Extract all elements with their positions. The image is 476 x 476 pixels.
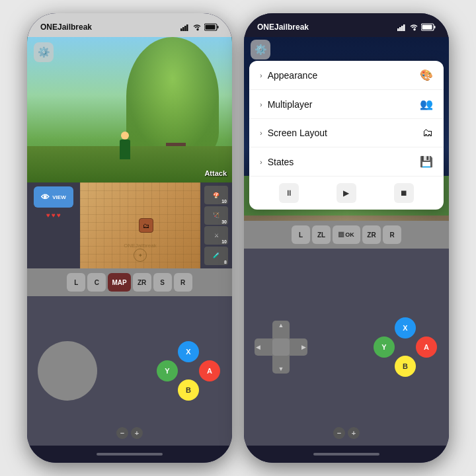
svg-rect-10 bbox=[403, 24, 405, 31]
appearance-icon: 🎨 bbox=[420, 69, 433, 81]
svg-rect-1 bbox=[182, 27, 184, 31]
minus-button[interactable]: − bbox=[116, 427, 128, 439]
attack-label: Attack bbox=[204, 169, 227, 177]
dpad-down-arrow: ▼ bbox=[278, 366, 284, 372]
face-buttons-1: X Y A B bbox=[155, 341, 221, 401]
menu-item-states-left: › States bbox=[260, 157, 294, 167]
p2-minus-button[interactable]: − bbox=[333, 427, 345, 439]
multiplayer-chevron: › bbox=[260, 100, 262, 108]
item-slot-4: 🧪8 bbox=[204, 247, 228, 265]
screen-layout-icon: 🗂 bbox=[422, 127, 433, 139]
r-button[interactable]: R bbox=[174, 273, 192, 292]
carrier-1: ONEJailbreak bbox=[40, 22, 92, 32]
phone-2: ONEJailbreak ⚙️ bbox=[244, 13, 449, 463]
menu-item-screen-layout[interactable]: › Screen Layout 🗂 bbox=[249, 119, 444, 147]
map-button[interactable]: MAP bbox=[108, 273, 130, 292]
item-slot-3: ⚔10 bbox=[204, 226, 228, 245]
battery-icon bbox=[204, 23, 219, 31]
y-button[interactable]: Y bbox=[157, 360, 178, 381]
battery-icon-2 bbox=[421, 23, 436, 31]
svg-rect-5 bbox=[218, 26, 219, 28]
menu-item-multiplayer[interactable]: › Multiplayer 👥 bbox=[249, 90, 444, 119]
p2-plus-button[interactable]: + bbox=[348, 427, 360, 439]
svg-rect-9 bbox=[401, 26, 403, 31]
right-panel: 🍄10 🏹30 ⚔10 🧪8 bbox=[200, 182, 232, 268]
svg-rect-2 bbox=[184, 26, 186, 31]
settings-gear-btn-2[interactable]: ⚙️ bbox=[251, 40, 270, 60]
c-button[interactable]: C bbox=[87, 273, 106, 292]
view-label: VIEW bbox=[52, 194, 65, 200]
dpad-right-arrow: ▶ bbox=[301, 344, 306, 350]
appearance-chevron: › bbox=[260, 71, 262, 79]
heart-3: ♥ bbox=[57, 212, 61, 219]
p2-y-button[interactable]: Y bbox=[374, 337, 395, 358]
signal-icon bbox=[180, 23, 190, 31]
p2-zl-button[interactable]: ZL bbox=[312, 225, 331, 244]
p2-zr-button[interactable]: ZR bbox=[362, 225, 381, 244]
p2-ok-button[interactable]: 🅰 OK bbox=[333, 225, 360, 244]
home-bar-1 bbox=[27, 446, 232, 463]
a-button[interactable]: A bbox=[199, 360, 220, 381]
plus-minus-2: − + bbox=[333, 427, 360, 439]
zr-button[interactable]: ZR bbox=[133, 273, 151, 292]
ok-label: OK bbox=[345, 231, 354, 238]
compass: ✦ bbox=[134, 249, 147, 262]
settings-gear-btn[interactable]: ⚙️ bbox=[34, 42, 54, 62]
joystick-1[interactable] bbox=[38, 341, 97, 401]
home-bar-2 bbox=[244, 446, 449, 463]
map-watermark: ONEJailbreak bbox=[124, 243, 156, 249]
multiplayer-label: Multiplayer bbox=[268, 99, 313, 110]
tree-large bbox=[126, 37, 219, 156]
plus-button[interactable]: + bbox=[131, 427, 143, 439]
p2-a-button[interactable]: A bbox=[416, 337, 437, 358]
pause-button[interactable]: ⏸ bbox=[279, 183, 299, 203]
states-chevron: › bbox=[260, 158, 262, 166]
left-panel: 👁 VIEW ♥ ♥ ♥ bbox=[27, 182, 80, 268]
svg-rect-12 bbox=[434, 26, 436, 28]
view-button[interactable]: 👁 VIEW bbox=[34, 186, 73, 208]
b-button[interactable]: B bbox=[178, 379, 199, 401]
menu-item-states[interactable]: › States 💾 bbox=[249, 147, 444, 177]
home-indicator-1 bbox=[97, 453, 163, 456]
screen-layout-chevron: › bbox=[260, 129, 262, 137]
p2-r-button[interactable]: R bbox=[383, 225, 401, 244]
states-label: States bbox=[268, 157, 294, 167]
p2-b-button[interactable]: B bbox=[395, 356, 416, 377]
svg-rect-7 bbox=[397, 28, 399, 31]
l-button[interactable]: L bbox=[67, 273, 85, 292]
heart-2: ♥ bbox=[52, 212, 56, 219]
dpad-left-arrow: ◀ bbox=[256, 344, 260, 350]
wifi-icon-2 bbox=[409, 23, 418, 31]
menu-item-multiplayer-left: › Multiplayer bbox=[260, 99, 312, 110]
dpad[interactable]: ◀ ▶ ▲ ▼ bbox=[255, 321, 307, 374]
states-icon: 💾 bbox=[420, 155, 433, 168]
menu-item-appearance-left: › Appearance bbox=[260, 70, 317, 81]
controls-area-2: ◀ ▶ ▲ ▼ X Y A B − + bbox=[244, 249, 449, 446]
controls-area-1: X Y A B − + bbox=[27, 296, 232, 446]
svg-rect-3 bbox=[186, 24, 188, 31]
phone-1: ONEJailbreak ⚙️ Attack 👁 VIEW ♥ ♥ bbox=[27, 13, 232, 463]
trigger-row-2: L ZL 🅰 OK ZR R bbox=[244, 221, 449, 249]
svg-rect-0 bbox=[180, 28, 182, 31]
screen-layout-label: Screen Layout bbox=[268, 128, 327, 138]
game-map: ONEJailbreak ✦ 🗂 bbox=[80, 182, 200, 268]
menu-item-appearance[interactable]: › Appearance 🎨 bbox=[249, 61, 444, 90]
game-screenshot-1: ⚙️ Attack bbox=[27, 37, 232, 182]
play-button[interactable]: ▶ bbox=[337, 183, 356, 203]
item-slot-1: 🍄10 bbox=[204, 186, 228, 204]
p2-x-button[interactable]: X bbox=[395, 317, 416, 338]
p2-l-button[interactable]: L bbox=[292, 225, 310, 244]
home-indicator-2 bbox=[313, 453, 379, 456]
stop-button[interactable]: ⏹ bbox=[394, 183, 414, 203]
svg-rect-6 bbox=[206, 25, 216, 30]
phone2-screen: ⚙️ › Appearance 🎨 › Multiplayer 👥 bbox=[244, 37, 449, 221]
playback-row: ⏸ ▶ ⏹ bbox=[249, 177, 444, 210]
svg-rect-13 bbox=[422, 25, 432, 30]
game-middle-1: 👁 VIEW ♥ ♥ ♥ ONEJailbreak ✦ 🗂 🍄10 🏹30 ⚔1… bbox=[27, 182, 232, 268]
appearance-label: Appearance bbox=[268, 70, 318, 81]
plus-minus-1: − + bbox=[116, 427, 143, 439]
wifi-icon bbox=[192, 23, 202, 31]
x-button[interactable]: X bbox=[178, 341, 199, 362]
deku-tree-banner[interactable]: Inside the Deku Tree ONEJailbreak bbox=[244, 216, 449, 221]
s-button[interactable]: S bbox=[153, 273, 172, 292]
